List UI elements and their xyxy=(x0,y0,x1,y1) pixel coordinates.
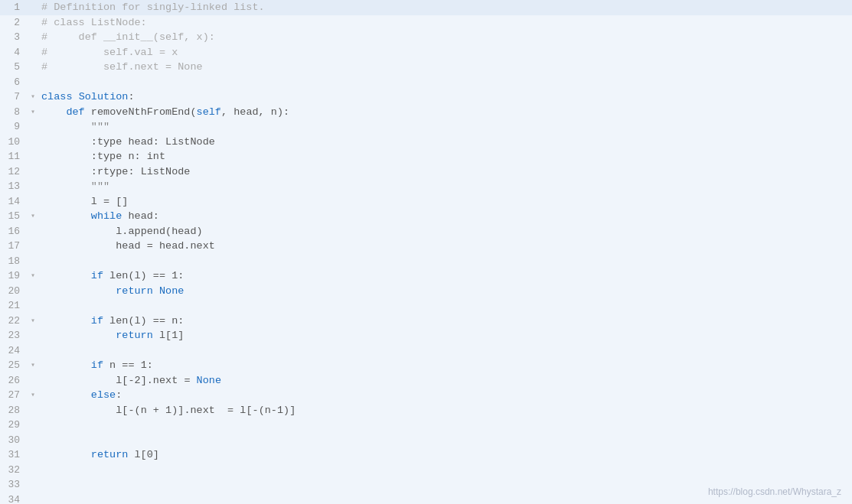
line-number: 7 xyxy=(0,89,28,105)
fold-marker[interactable] xyxy=(28,179,38,194)
code-line-content: :rtype: ListNode xyxy=(38,164,852,180)
fold-marker[interactable] xyxy=(28,224,38,239)
fold-marker[interactable]: ▾ xyxy=(28,314,38,329)
table-row: 32 xyxy=(0,463,852,478)
fold-marker[interactable] xyxy=(28,15,38,31)
fold-marker[interactable] xyxy=(28,463,38,478)
table-row: 15 ▾ while head: xyxy=(0,209,852,224)
code-line-content: l[-2].next = None xyxy=(38,373,852,389)
code-line-content: if len(l) == 1: xyxy=(38,268,852,284)
code-line-content: def removeNthFromEnd(self, head, n): xyxy=(38,105,852,120)
line-number: 4 xyxy=(0,45,28,60)
code-table: 1 # Definition for singly-linked list. 2… xyxy=(0,0,852,504)
fold-marker[interactable] xyxy=(28,433,38,448)
line-number: 21 xyxy=(0,298,28,314)
line-number: 30 xyxy=(0,433,28,448)
fold-marker[interactable] xyxy=(28,194,38,210)
line-number: 25 xyxy=(0,358,28,373)
line-number: 11 xyxy=(0,149,28,164)
line-number: 28 xyxy=(0,403,28,418)
line-number: 6 xyxy=(0,75,28,90)
fold-marker[interactable] xyxy=(28,239,38,254)
line-number: 34 xyxy=(0,493,28,505)
table-row: 2 # class ListNode: xyxy=(0,15,852,31)
code-line-content: l.append(head) xyxy=(38,224,852,239)
fold-marker[interactable] xyxy=(28,254,38,269)
line-number: 14 xyxy=(0,194,28,210)
table-row: 7 ▾ class Solution: xyxy=(0,89,852,105)
table-row: 21 xyxy=(0,298,852,314)
line-number: 10 xyxy=(0,135,28,150)
table-row: 5 # self.next = None xyxy=(0,60,852,75)
code-line-content xyxy=(38,298,852,314)
fold-marker[interactable]: ▾ xyxy=(28,209,38,224)
fold-marker[interactable] xyxy=(28,447,38,463)
code-line-content: return None xyxy=(38,284,852,299)
fold-marker[interactable]: ▾ xyxy=(28,89,38,105)
code-line-content: if n == 1: xyxy=(38,358,852,373)
code-line-content: # Definition for singly-linked list. xyxy=(38,0,852,15)
fold-marker[interactable]: ▾ xyxy=(28,268,38,284)
table-row: 34 xyxy=(0,493,852,505)
table-row: 16 l.append(head) xyxy=(0,224,852,239)
fold-marker[interactable] xyxy=(28,45,38,60)
table-row: 29 xyxy=(0,418,852,433)
fold-marker[interactable] xyxy=(28,403,38,418)
code-line-content: # class ListNode: xyxy=(38,15,852,31)
code-line-content xyxy=(38,75,852,90)
line-number: 3 xyxy=(0,30,28,45)
fold-marker[interactable] xyxy=(28,0,38,15)
code-editor: 1 # Definition for singly-linked list. 2… xyxy=(0,0,852,504)
code-line-content xyxy=(38,463,852,478)
fold-marker[interactable]: ▾ xyxy=(28,105,38,120)
fold-marker[interactable] xyxy=(28,30,38,45)
code-line-content xyxy=(38,477,852,493)
table-row: 3 # def __init__(self, x): xyxy=(0,30,852,45)
code-line-content: l[-(n + 1)].next = l[-(n-1)] xyxy=(38,403,852,418)
line-number: 31 xyxy=(0,447,28,463)
table-row: 31 return l[0] xyxy=(0,447,852,463)
code-line-content: :type n: int xyxy=(38,149,852,164)
fold-marker[interactable] xyxy=(28,477,38,493)
code-line-content: while head: xyxy=(38,209,852,224)
table-row: 25 ▾ if n == 1: xyxy=(0,358,852,373)
fold-marker[interactable] xyxy=(28,418,38,433)
fold-marker[interactable]: ▾ xyxy=(28,358,38,373)
fold-marker[interactable] xyxy=(28,284,38,299)
code-line-content xyxy=(38,418,852,433)
line-number: 1 xyxy=(0,0,28,15)
line-number: 33 xyxy=(0,477,28,493)
line-number: 9 xyxy=(0,119,28,135)
fold-marker[interactable] xyxy=(28,343,38,359)
table-row: 12 :rtype: ListNode xyxy=(0,164,852,180)
table-row: 6 xyxy=(0,75,852,90)
table-row: 30 xyxy=(0,433,852,448)
line-number: 22 xyxy=(0,314,28,329)
fold-marker[interactable] xyxy=(28,328,38,343)
fold-marker[interactable] xyxy=(28,149,38,164)
fold-marker[interactable] xyxy=(28,60,38,75)
table-row: 24 xyxy=(0,343,852,359)
table-row: 27 ▾ else: xyxy=(0,388,852,403)
fold-marker[interactable] xyxy=(28,493,38,505)
code-line-content: """ xyxy=(38,119,852,135)
table-row: 28 l[-(n + 1)].next = l[-(n-1)] xyxy=(0,403,852,418)
fold-marker[interactable] xyxy=(28,75,38,90)
fold-marker[interactable] xyxy=(28,135,38,150)
table-row: 17 head = head.next xyxy=(0,239,852,254)
fold-marker[interactable] xyxy=(28,373,38,389)
code-line-content: class Solution: xyxy=(38,89,852,105)
table-row: 33 xyxy=(0,477,852,493)
code-line-content: return l[1] xyxy=(38,328,852,343)
code-line-content: if len(l) == n: xyxy=(38,314,852,329)
fold-marker[interactable] xyxy=(28,298,38,314)
fold-marker[interactable] xyxy=(28,119,38,135)
fold-marker[interactable]: ▾ xyxy=(28,388,38,403)
code-line-content: else: xyxy=(38,388,852,403)
code-line-content: """ xyxy=(38,179,852,194)
line-number: 19 xyxy=(0,268,28,284)
table-row: 20 return None xyxy=(0,284,852,299)
table-row: 10 :type head: ListNode xyxy=(0,135,852,150)
table-row: 11 :type n: int xyxy=(0,149,852,164)
fold-marker[interactable] xyxy=(28,164,38,180)
